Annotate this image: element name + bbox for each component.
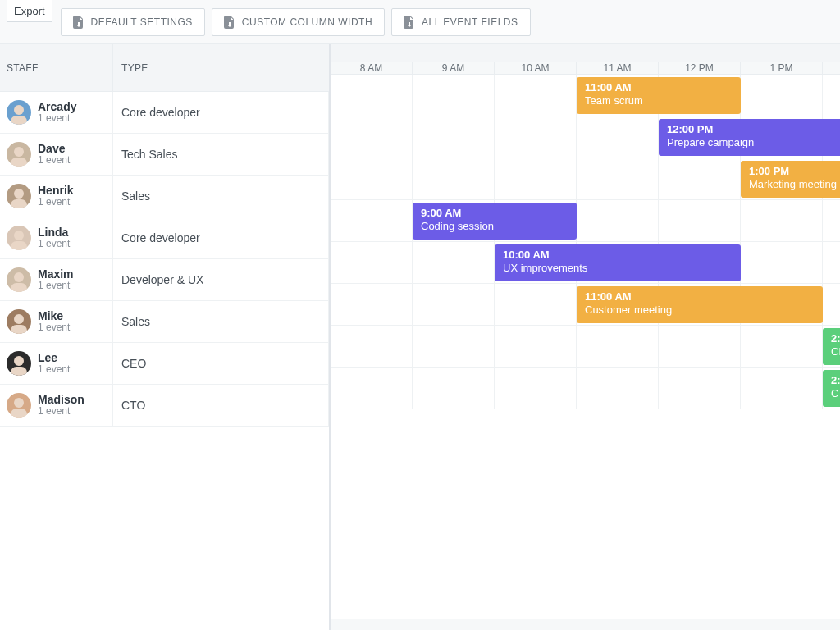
event-time: 1:00 PM xyxy=(749,165,840,178)
time-header-cell[interactable]: 2 PM xyxy=(823,62,840,75)
timeline-body[interactable]: 11:00 AMTeam scrum12:00 PMPrepare campai… xyxy=(331,75,840,409)
staff-name: Maxim xyxy=(38,268,74,281)
staff-cell[interactable]: Madison1 event xyxy=(0,385,113,426)
button-label: DEFAULT SETTINGS xyxy=(91,16,193,28)
event[interactable]: 10:00 AMUX improvements xyxy=(495,244,741,281)
staff-count: 1 event xyxy=(38,364,70,375)
time-header-cell[interactable]: 11 AM xyxy=(577,62,659,75)
staff-cell[interactable]: Lee1 event xyxy=(0,343,113,384)
event-title: Team scrum xyxy=(585,94,733,107)
timeline-row[interactable]: 2:00 PMCTO briefing xyxy=(331,368,840,409)
time-header: 8 AM9 AM10 AM11 AM12 PM1 PM2 PM xyxy=(331,44,840,75)
event-title: Marketing meeting xyxy=(749,178,840,191)
avatar xyxy=(7,309,31,334)
avatar xyxy=(7,226,31,250)
staff-count: 1 event xyxy=(38,322,70,333)
event-title: Prepare campaign xyxy=(667,136,840,149)
staff-cell[interactable]: Maxim1 event xyxy=(0,259,113,300)
timeline-row[interactable]: 10:00 AMUX improvements xyxy=(331,242,840,284)
avatar xyxy=(7,393,31,418)
timeline-row[interactable]: 12:00 PMPrepare campaign xyxy=(331,116,840,158)
svg-rect-31 xyxy=(11,409,27,418)
staff-row: Mike1 eventSales xyxy=(0,301,329,343)
default-settings-button[interactable]: DEFAULT SETTINGS xyxy=(61,8,205,36)
event-title: CEO briefing xyxy=(831,345,840,358)
timeline-row[interactable]: 1:00 PMMarketing meeting xyxy=(331,158,840,200)
event-time: 2:00 PM xyxy=(831,374,840,387)
type-cell[interactable]: Core developer xyxy=(113,92,329,133)
event[interactable]: 2:00 PMCEO briefing xyxy=(823,328,840,365)
time-header-cell[interactable]: 12 PM xyxy=(659,62,741,75)
type-cell[interactable]: Sales xyxy=(113,301,329,342)
avatar xyxy=(7,267,31,292)
staff-name: Henrik xyxy=(38,185,74,197)
event[interactable]: 2:00 PMCTO briefing xyxy=(823,370,840,407)
event-title: Customer meeting xyxy=(585,304,815,317)
staff-cell[interactable]: Dave1 event xyxy=(0,134,113,175)
event[interactable]: 12:00 PMPrepare campaign xyxy=(659,119,840,156)
staff-row: Arcady1 eventCore developer xyxy=(0,92,329,134)
locked-columns: STAFF TYPE Arcady1 eventCore developerDa… xyxy=(0,44,331,630)
export-icon xyxy=(404,16,415,29)
type-cell[interactable]: Core developer xyxy=(113,217,329,258)
staff-cell[interactable]: Arcady1 event xyxy=(0,92,113,133)
toolbar: Export DEFAULT SETTINGS CUSTOM COLUMN WI… xyxy=(0,0,840,44)
event[interactable]: 11:00 AMTeam scrum xyxy=(577,77,741,114)
staff-cell[interactable]: Mike1 event xyxy=(0,301,113,342)
horizontal-scrollbar[interactable] xyxy=(331,619,840,630)
event-time: 9:00 AM xyxy=(421,207,568,220)
svg-point-18 xyxy=(14,272,24,282)
type-cell[interactable]: Sales xyxy=(113,176,329,217)
type-cell[interactable]: Tech Sales xyxy=(113,134,329,175)
timeline-row[interactable]: 2:00 PMCEO briefing xyxy=(331,326,840,368)
event-time: 11:00 AM xyxy=(585,290,815,304)
avatar xyxy=(7,351,31,376)
event-title: CTO briefing xyxy=(831,387,840,400)
staff-name: Lee xyxy=(38,352,70,364)
staff-name: Linda xyxy=(38,226,70,239)
timeline-row[interactable]: 11:00 AMTeam scrum xyxy=(331,75,840,116)
timeline-row[interactable]: 11:00 AMCustomer meeting xyxy=(331,284,840,326)
col-header-type[interactable]: TYPE xyxy=(113,44,329,91)
svg-rect-15 xyxy=(11,241,27,250)
svg-point-6 xyxy=(14,147,24,157)
event-time: 12:00 PM xyxy=(667,123,840,136)
time-header-cell[interactable]: 10 AM xyxy=(495,62,577,75)
button-label: ALL EVENT FIELDS xyxy=(422,16,518,28)
event[interactable]: 9:00 AMCoding session xyxy=(413,203,577,240)
staff-row: Maxim1 eventDeveloper & UX xyxy=(0,259,329,301)
timeline-panel[interactable]: 8 AM9 AM10 AM11 AM12 PM1 PM2 PM 11:00 AM… xyxy=(331,44,840,630)
avatar xyxy=(7,142,31,167)
custom-column-width-button[interactable]: CUSTOM COLUMN WIDTH xyxy=(212,8,385,36)
staff-name: Arcady xyxy=(38,101,76,113)
time-header-cell[interactable]: 8 AM xyxy=(331,62,413,75)
event[interactable]: 11:00 AMCustomer meeting xyxy=(577,286,823,323)
type-cell[interactable]: Developer & UX xyxy=(113,259,329,300)
svg-point-10 xyxy=(14,189,24,199)
all-event-fields-button[interactable]: ALL EVENT FIELDS xyxy=(391,8,530,36)
timeline-row[interactable]: 9:00 AMCoding session xyxy=(331,200,840,242)
staff-count: 1 event xyxy=(38,155,70,166)
type-cell[interactable]: CTO xyxy=(113,385,329,426)
staff-count: 1 event xyxy=(38,406,84,417)
export-chip[interactable]: Export xyxy=(7,0,52,22)
event-time: 11:00 AM xyxy=(585,81,733,94)
col-header-staff[interactable]: STAFF xyxy=(0,44,113,91)
event[interactable]: 1:00 PMMarketing meeting xyxy=(741,161,840,198)
svg-rect-3 xyxy=(11,116,27,125)
type-cell[interactable]: CEO xyxy=(113,343,329,384)
staff-count: 1 event xyxy=(38,113,76,124)
time-header-cell[interactable]: 1 PM xyxy=(741,62,823,75)
event-time: 2:00 PM xyxy=(831,332,840,345)
svg-rect-19 xyxy=(11,283,27,292)
staff-row: Linda1 eventCore developer xyxy=(0,217,329,259)
svg-point-26 xyxy=(14,356,24,366)
staff-cell[interactable]: Linda1 event xyxy=(0,217,113,258)
time-header-top xyxy=(331,44,840,62)
time-header-cell[interactable]: 9 AM xyxy=(413,62,495,75)
staff-count: 1 event xyxy=(38,197,74,208)
staff-count: 1 event xyxy=(38,239,70,249)
staff-name: Madison xyxy=(38,394,84,406)
staff-name: Dave xyxy=(38,143,70,155)
staff-cell[interactable]: Henrik1 event xyxy=(0,176,113,217)
